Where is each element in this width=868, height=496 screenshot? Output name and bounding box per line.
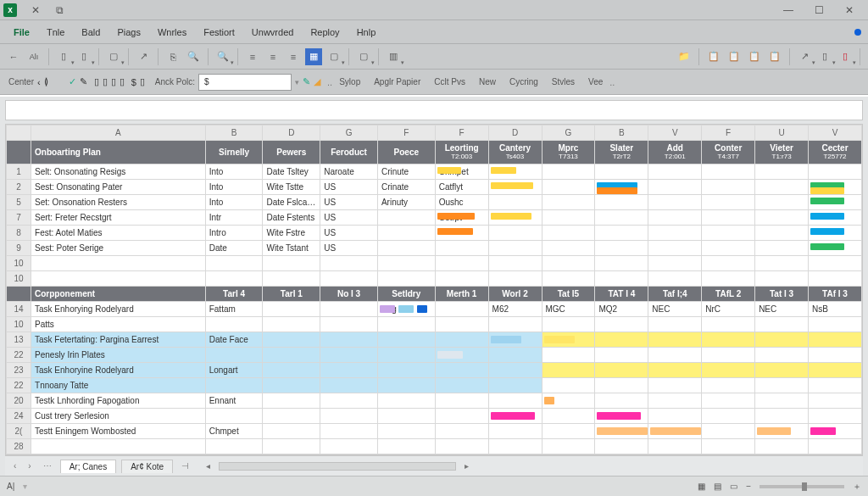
cell[interactable] [648,393,702,409]
cell[interactable] [702,226,755,241]
cell[interactable] [595,180,648,195]
cell[interactable] [542,348,595,363]
cell[interactable]: Into [205,180,263,195]
cell[interactable] [809,363,862,378]
cell[interactable] [648,180,702,195]
cell[interactable]: Tat I 3 [755,287,809,302]
cell[interactable] [377,424,435,439]
cell[interactable]: Longart [205,363,263,378]
cell[interactable]: US [320,210,378,226]
cell[interactable]: Date [205,241,263,256]
cell[interactable] [377,363,435,378]
cell[interactable]: MGC [542,302,595,317]
cell[interactable]: MQ2 [595,302,648,317]
cell[interactable] [263,439,320,454]
cell[interactable] [320,302,378,317]
cell[interactable] [648,348,702,363]
cell[interactable]: SlaterT2rT2 [595,141,648,164]
cell[interactable] [320,378,378,393]
cell[interactable] [205,378,263,393]
cell[interactable] [377,332,435,348]
cell[interactable] [595,271,648,287]
cell[interactable] [809,256,862,271]
cell[interactable] [809,439,862,454]
cell[interactable]: Chmpet [205,424,263,439]
cell[interactable] [320,424,378,439]
search2-icon[interactable]: 🔍 [214,48,231,65]
cell[interactable] [542,409,595,424]
cell[interactable] [595,393,648,409]
cell[interactable] [542,393,595,409]
cell[interactable] [263,256,320,271]
cell[interactable] [809,332,862,348]
cell[interactable]: 22 [7,348,31,363]
cell[interactable] [320,256,378,271]
copy-icon[interactable]: ⎘ [164,48,181,65]
cell[interactable] [648,317,702,332]
doc5-icon[interactable]: ▯ [111,76,116,87]
cell[interactable] [377,226,435,241]
cell[interactable] [595,256,648,271]
cell[interactable] [809,210,862,226]
edit-icon[interactable]: ✎ [80,76,87,87]
cell[interactable]: Date Tsltey [263,164,320,180]
cell[interactable] [542,226,595,241]
nav-prev-icon[interactable]: ‹ [37,77,41,87]
notification-dot-icon[interactable] [854,29,861,36]
zoom-out-icon[interactable]: − [746,482,751,491]
cell[interactable]: Pewers [263,141,320,164]
close-button[interactable]: ✕ [834,1,865,20]
cell[interactable]: Sest: Onsonating Pater [31,180,206,195]
cell[interactable]: MprcT7313 [542,141,595,164]
cell[interactable] [702,180,755,195]
cell[interactable] [702,363,755,378]
paste3-icon[interactable]: 📋 [746,48,763,65]
cell[interactable]: Wite Fstre [263,226,320,241]
cell[interactable] [809,164,862,180]
cell[interactable]: F [702,125,755,141]
cell[interactable] [320,271,378,287]
cell[interactable] [435,317,488,332]
cell[interactable]: Naroate [320,164,378,180]
cell[interactable] [648,226,702,241]
tool1-icon[interactable]: ↗ [796,48,813,65]
rr-1[interactable]: Apglr Papier [370,77,424,86]
cell[interactable] [205,348,263,363]
cell[interactable] [7,287,31,302]
cell[interactable] [755,332,809,348]
cell[interactable] [263,409,320,424]
cell[interactable] [755,363,809,378]
cell[interactable] [542,241,595,256]
cell[interactable] [263,424,320,439]
cell[interactable] [320,363,378,378]
cell[interactable] [263,363,320,378]
cell[interactable]: TAfL 2 [702,287,755,302]
cell[interactable] [488,164,542,180]
rr-4[interactable]: Cycring [506,77,542,86]
sheet-tab-1[interactable]: Ar; Canes [60,460,116,473]
cell[interactable]: G [542,125,595,141]
back-icon[interactable]: ← [5,48,22,65]
cell[interactable]: V [809,125,862,141]
cell[interactable] [755,256,809,271]
cell[interactable]: TAf I 3 [809,287,862,302]
folder-icon[interactable]: 📁 [676,48,693,65]
cell[interactable] [702,317,755,332]
cell[interactable] [648,363,702,378]
cell[interactable] [702,241,755,256]
cell[interactable] [542,332,595,348]
cell[interactable]: 13 [7,332,31,348]
cell[interactable]: Into [205,164,263,180]
align-left-icon[interactable]: ≡ [244,48,261,65]
cell[interactable]: No I 3 [320,287,378,302]
cell[interactable]: US [320,241,378,256]
cell[interactable] [488,195,542,210]
cell[interactable]: Task Fetertating: Pargina Earrest [31,332,206,348]
cell[interactable] [263,348,320,363]
cell[interactable] [488,241,542,256]
cell[interactable]: 20 [7,393,31,409]
cell[interactable] [435,302,488,317]
menu-3[interactable]: Piags [110,24,147,41]
menu-8[interactable]: Hnlp [350,24,383,41]
cell[interactable]: 7 [7,210,31,226]
